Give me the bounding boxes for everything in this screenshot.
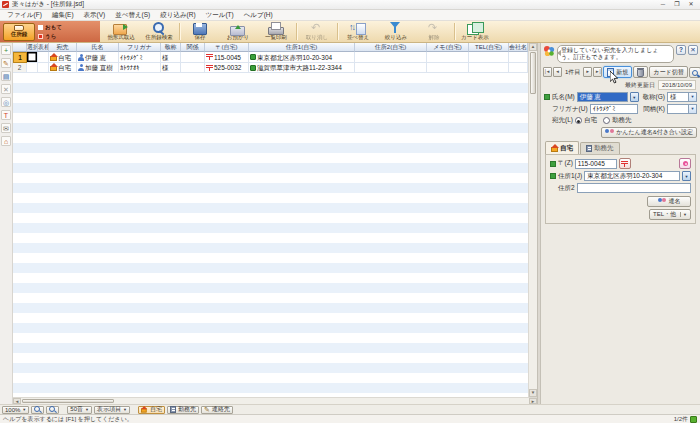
- maximize-button[interactable]: ❐: [670, 0, 684, 9]
- filter-button[interactable]: 絞り込み: [377, 21, 415, 42]
- column-header[interactable]: [13, 43, 27, 52]
- print-button[interactable]: 一覧印刷: [257, 21, 295, 42]
- relation-cell[interactable]: [181, 52, 205, 63]
- menu-item[interactable]: 表示(V): [79, 11, 111, 20]
- kana-input[interactable]: ｲﾄｳﾒｸﾞﾐ: [590, 104, 638, 114]
- horizontal-scrollbar[interactable]: ◄ ►: [13, 397, 537, 404]
- horizontal-scroll-thumb[interactable]: [22, 399, 114, 403]
- delete-card-button[interactable]: [633, 66, 648, 78]
- last-record-button[interactable]: ►|: [593, 67, 602, 77]
- panel-help-button[interactable]: ?: [676, 45, 686, 55]
- gojuon-select[interactable]: 50音 ▼: [67, 406, 92, 414]
- tel-cell[interactable]: [469, 52, 509, 63]
- honorific-select[interactable]: 様 ▼: [667, 92, 697, 102]
- name-cell[interactable]: 加藤 直樹: [77, 63, 119, 73]
- addr1-input[interactable]: 東京都北区赤羽10-20-304: [584, 171, 680, 181]
- import-button[interactable]: 他形式取込: [102, 21, 140, 42]
- name-input[interactable]: 伊藤 恵: [577, 92, 628, 102]
- scroll-up-icon[interactable]: ▲: [529, 43, 537, 51]
- table-row[interactable]: 2自宅加藤 直樹ｶﾄｳﾅｵｷ様525-0032滋賀県草津市大路11-22-334…: [13, 63, 528, 73]
- tel-other-button[interactable]: TEL・他 ▼: [649, 209, 691, 220]
- card-switch-button[interactable]: カード切替: [649, 66, 687, 78]
- honorific-cell[interactable]: 様: [161, 63, 181, 73]
- assistant-badge-icon[interactable]: [690, 416, 697, 423]
- address1-cell[interactable]: 滋賀県草津市大路11-22-3344: [249, 63, 355, 73]
- nameplate-cell[interactable]: [38, 52, 49, 63]
- tab-home[interactable]: 自宅: [545, 141, 579, 154]
- scroll-down-icon[interactable]: ▼: [529, 389, 537, 397]
- card-search-button[interactable]: [689, 67, 700, 78]
- tel-cell[interactable]: [469, 63, 509, 73]
- menu-item[interactable]: ヘルプ(H): [239, 11, 278, 20]
- column-header[interactable]: 宛先: [49, 43, 77, 52]
- zoom-in-button[interactable]: [31, 406, 44, 414]
- delete-card-icon[interactable]: ✕: [1, 84, 11, 94]
- column-header[interactable]: 関係: [181, 43, 205, 52]
- vertical-scroll-thumb[interactable]: [530, 52, 536, 94]
- column-header[interactable]: TEL(自宅): [469, 43, 509, 52]
- home-view-button[interactable]: 自宅: [138, 406, 165, 414]
- add-card-icon[interactable]: +: [1, 45, 11, 55]
- address2-cell[interactable]: [355, 63, 427, 73]
- save-button[interactable]: 保存: [181, 21, 219, 42]
- postal-stamp-button[interactable]: [619, 158, 631, 169]
- zip-cell[interactable]: 525-0032: [205, 63, 249, 73]
- menu-item[interactable]: 編集(E): [47, 11, 79, 20]
- display-items-select[interactable]: 表示項目 ▼: [94, 406, 130, 414]
- addressee-work-radio[interactable]: [603, 117, 610, 124]
- menu-item[interactable]: ファイル(F): [2, 11, 47, 20]
- edit-card-icon[interactable]: ✎: [1, 58, 11, 68]
- row-number-cell[interactable]: 1: [13, 52, 27, 63]
- close-button[interactable]: ✕: [684, 0, 698, 9]
- column-header[interactable]: 氏名: [77, 43, 119, 52]
- search-button[interactable]: 住所録検索: [140, 21, 178, 42]
- kana-cell[interactable]: ｶﾄｳﾅｵｷ: [119, 63, 161, 73]
- addr2-input[interactable]: [577, 183, 691, 193]
- relation-cell[interactable]: [181, 63, 205, 73]
- first-record-button[interactable]: |◄: [543, 67, 552, 77]
- address1-cell[interactable]: 東京都北区赤羽10-20-304: [249, 52, 355, 63]
- backup-button[interactable]: お預かり: [219, 21, 257, 42]
- column-header[interactable]: 選択: [27, 43, 38, 52]
- copy-card-icon[interactable]: ▤: [1, 71, 11, 81]
- menu-item[interactable]: 絞り込み(R): [155, 11, 200, 20]
- name-helper-button[interactable]: ▼: [630, 92, 639, 102]
- select-cell[interactable]: [27, 63, 38, 73]
- addressee-home-radio[interactable]: [575, 117, 582, 124]
- column-header[interactable]: 住所1(自宅): [249, 43, 355, 52]
- zip-input[interactable]: 115-0045: [575, 159, 617, 169]
- home-tool-icon[interactable]: ⌂: [1, 136, 11, 146]
- back-toggle[interactable]: うら: [38, 33, 62, 40]
- address2-cell[interactable]: [355, 52, 427, 63]
- tab-work[interactable]: 勤務先: [580, 142, 620, 154]
- panel-close-button[interactable]: ✕: [688, 45, 698, 55]
- addr1-helper-button[interactable]: ▼: [682, 171, 691, 181]
- minimize-button[interactable]: ─: [656, 0, 670, 9]
- front-toggle[interactable]: おもて: [38, 24, 62, 31]
- menu-item[interactable]: ツール(T): [201, 11, 239, 20]
- addressee-cell[interactable]: 自宅: [49, 52, 77, 63]
- mail-tool-icon[interactable]: ✉: [1, 123, 11, 133]
- next-record-button[interactable]: ►: [583, 67, 592, 77]
- honorific-cell[interactable]: 様: [161, 52, 181, 63]
- column-header[interactable]: フリガナ: [119, 43, 161, 52]
- relation-select[interactable]: ▼: [667, 104, 697, 114]
- name-cell[interactable]: 伊藤 恵: [77, 52, 119, 63]
- prev-record-button[interactable]: ◄: [553, 67, 562, 77]
- column-header[interactable]: 表札: [38, 43, 49, 52]
- joint-name-button[interactable]: 連名: [647, 196, 691, 207]
- menu-item[interactable]: 並べ替え(S): [110, 11, 155, 20]
- easy-setup-button[interactable]: かんたん連名&付き合い設定: [601, 127, 697, 138]
- kana-cell[interactable]: ｲﾄｳﾒｸﾞﾐ: [119, 52, 161, 63]
- stamp-tool-icon[interactable]: T: [1, 110, 11, 120]
- zoom-select[interactable]: 100% ▼: [2, 406, 29, 414]
- memo-cell[interactable]: [427, 63, 469, 73]
- row-number-cell[interactable]: 2: [13, 63, 27, 73]
- card-view-button[interactable]: カード表示: [456, 21, 494, 42]
- company-cell[interactable]: [509, 63, 528, 73]
- address-book-button[interactable]: 住所録: [3, 23, 35, 41]
- work-view-button[interactable]: 勤務先: [167, 406, 199, 414]
- zoom-out-button[interactable]: [46, 406, 59, 414]
- zip-cell[interactable]: 115-0045: [205, 52, 249, 63]
- search-card-icon[interactable]: ◎: [1, 97, 11, 107]
